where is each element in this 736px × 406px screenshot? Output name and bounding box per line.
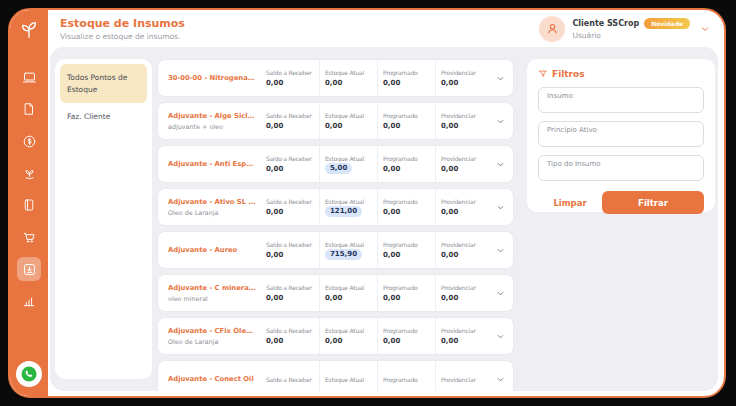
stat-label: Estoque Atual <box>325 241 372 248</box>
document-icon[interactable] <box>17 97 41 121</box>
table-row[interactable]: Adjuvante - Alge Siclo Oil adjuvante + o… <box>157 102 514 140</box>
stat-value: 0,00 <box>383 165 400 173</box>
clear-filters-button[interactable]: Limpar <box>538 198 602 208</box>
stat-label: Providenciar <box>441 327 488 334</box>
stat-value: 0,00 <box>266 251 283 259</box>
stat-estoque-atual: Estoque Atual 715,90 <box>319 232 377 268</box>
notebook-icon[interactable] <box>17 193 41 217</box>
table-row[interactable]: Adjuvante - Conect Oil Saldo a Receber E… <box>157 360 514 391</box>
table-row[interactable]: Adjuvante - Anti Espumante 100... Saldo … <box>157 145 514 183</box>
plant-icon[interactable] <box>17 161 41 185</box>
page-title-block: Estoque de Insumos Visualize o estoque d… <box>60 17 185 41</box>
table-row[interactable]: 30-00-00 - Nitrogenado Saldo a Receber 0… <box>157 59 514 97</box>
stat-value: 0,00 <box>383 337 400 345</box>
stat-label: Providenciar <box>441 112 488 119</box>
row-chevron-down-icon[interactable] <box>493 232 507 268</box>
stat-value: 0,00 <box>266 79 283 87</box>
sidebar-nav <box>17 65 41 313</box>
insumo-name: Adjuvante - Aureo <box>168 246 256 254</box>
apply-filters-button[interactable]: Filtrar <box>602 191 704 214</box>
stat-value: 0,00 <box>325 337 342 345</box>
page-title: Estoque de Insumos <box>60 17 185 30</box>
stat-value: 0,00 <box>266 294 283 302</box>
filters-actions: Limpar Filtrar <box>538 191 704 214</box>
principio-ativo-input[interactable]: Princípio Ativo <box>538 121 704 147</box>
stat-programado: Programado 0,00 <box>377 189 435 225</box>
insumo-input[interactable]: Insumo <box>538 87 704 113</box>
row-chevron-down-icon[interactable] <box>493 318 507 354</box>
page-header: Estoque de Insumos Visualize o estoque d… <box>48 10 724 47</box>
stock-point-item-all[interactable]: Todos Pontos de Estoque <box>60 64 147 103</box>
tipo-insumo-input[interactable]: Tipo do Insumo <box>538 155 704 181</box>
stat-label: Saldo a Receber <box>266 69 314 76</box>
row-chevron-down-icon[interactable] <box>493 361 507 391</box>
user-menu[interactable]: Cliente SSCrop Novidade Usuário <box>539 16 710 42</box>
main-area: Estoque de Insumos Visualize o estoque d… <box>48 10 724 396</box>
stat-value: 0,00 <box>441 165 458 173</box>
row-chevron-down-icon[interactable] <box>493 275 507 311</box>
novidade-badge: Novidade <box>644 18 690 29</box>
stat-label: Estoque Atual <box>325 198 372 205</box>
stat-estoque-atual: Estoque Atual <box>319 361 377 391</box>
stat-value: 0,00 <box>266 337 283 345</box>
stat-value: 0,00 <box>383 79 400 87</box>
insumo-subtitle: Oleo de Laranja <box>168 209 256 217</box>
chevron-down-icon[interactable] <box>700 24 710 34</box>
table-row[interactable]: Adjuvante - Ativo SL Oleo de Lar... Oleo… <box>157 188 514 226</box>
stat-providenciar: Providenciar 0,00 <box>435 275 493 311</box>
stat-saldo-a-receber: Saldo a Receber 0,00 <box>261 60 319 96</box>
content-area: Todos Pontos de Estoque Faz. Cliente 30-… <box>50 47 718 391</box>
stat-value: 0,00 <box>441 79 458 87</box>
stat-value: 0,00 <box>383 294 400 302</box>
stat-value: 0,00 <box>325 122 342 130</box>
table-row[interactable]: Adjuvante - Aureo Saldo a Receber 0,00 E… <box>157 231 514 269</box>
insumo-name-block: Adjuvante - Anti Espumante 100... <box>168 146 261 182</box>
stat-label: Providenciar <box>441 241 488 248</box>
stat-estoque-atual: Estoque Atual 0,00 <box>319 60 377 96</box>
stat-label: Programado <box>383 155 430 162</box>
row-chevron-down-icon[interactable] <box>493 103 507 139</box>
whatsapp-icon[interactable] <box>16 361 42 387</box>
insumo-name: Adjuvante - Anti Espumante 100... <box>168 160 256 168</box>
insumo-name-block: Adjuvante - Alge Siclo Oil adjuvante + o… <box>168 103 261 139</box>
stat-label: Providenciar <box>441 155 488 162</box>
stock-point-item-faz-cliente[interactable]: Faz. Cliente <box>60 103 147 131</box>
stat-saldo-a-receber: Saldo a Receber <box>261 361 319 391</box>
page-subtitle: Visualize o estoque de insumos. <box>60 32 185 41</box>
chart-icon[interactable] <box>17 289 41 313</box>
stat-programado: Programado 0,00 <box>377 103 435 139</box>
row-chevron-down-icon[interactable] <box>493 189 507 225</box>
insumo-name-block: Adjuvante - CFix Óleo de Laranja Oleo de… <box>168 318 261 354</box>
stat-value: 0,00 <box>383 122 400 130</box>
stat-label: Programado <box>383 327 430 334</box>
stat-providenciar: Providenciar 0,00 <box>435 103 493 139</box>
stat-label: Saldo a Receber <box>266 198 314 205</box>
stat-saldo-a-receber: Saldo a Receber 0,00 <box>261 318 319 354</box>
stat-saldo-a-receber: Saldo a Receber 0,00 <box>261 232 319 268</box>
stat-label: Programado <box>383 69 430 76</box>
dollar-icon[interactable] <box>17 129 41 153</box>
table-row[interactable]: Adjuvante - C mineral YPF oleo mineral S… <box>157 274 514 312</box>
table-row[interactable]: Adjuvante - CFix Óleo de Laranja Oleo de… <box>157 317 514 355</box>
stat-saldo-a-receber: Saldo a Receber 0,00 <box>261 146 319 182</box>
stat-estoque-atual: Estoque Atual 0,00 <box>319 318 377 354</box>
stat-value: 0,00 <box>383 251 400 259</box>
stat-programado: Programado 0,00 <box>377 318 435 354</box>
insumo-name-block: Adjuvante - Aureo <box>168 232 261 268</box>
stat-label: Providenciar <box>441 284 488 291</box>
stat-label: Estoque Atual <box>325 155 372 162</box>
stat-value: 0,00 <box>266 122 283 130</box>
stat-label: Saldo a Receber <box>266 241 314 248</box>
stat-providenciar: Providenciar <box>435 361 493 391</box>
inbox-download-icon[interactable] <box>17 257 41 281</box>
row-chevron-down-icon[interactable] <box>493 60 507 96</box>
stat-label: Saldo a Receber <box>266 284 314 291</box>
stat-value: 0,00 <box>383 208 400 216</box>
sidebar <box>10 10 48 396</box>
row-chevron-down-icon[interactable] <box>493 146 507 182</box>
stat-value: 0,00 <box>266 165 283 173</box>
stat-label: Estoque Atual <box>325 327 372 334</box>
laptop-icon[interactable] <box>17 65 41 89</box>
cart-icon[interactable] <box>17 225 41 249</box>
stat-value: 0,00 <box>325 79 342 87</box>
